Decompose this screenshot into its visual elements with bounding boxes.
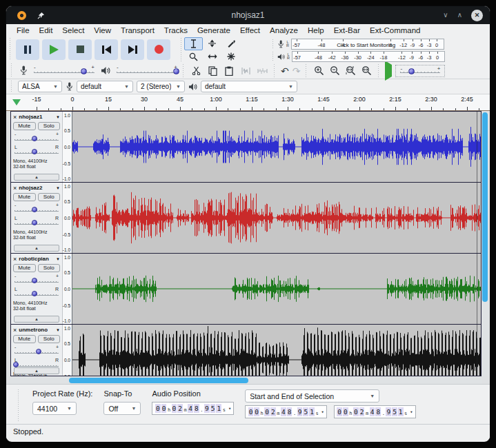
toolbar-grip[interactable]: [17, 389, 21, 422]
play-speed-slider[interactable]: - +: [399, 66, 442, 76]
selection-start-field[interactable]: 00h02m48.951s▾: [245, 405, 327, 418]
pan-slider[interactable]: L R: [14, 287, 59, 298]
pan-slider[interactable]: L R: [14, 145, 59, 156]
vertical-scale-ruler[interactable]: 1.00.50.0-0.5-1.0: [62, 254, 72, 324]
time-format-dropdown-icon[interactable]: ▾: [321, 409, 324, 415]
time-digit[interactable]: 9: [386, 407, 391, 416]
selection-mode-dropdown[interactable]: Start and End of Selection▼: [245, 389, 379, 403]
solo-button[interactable]: Solo: [38, 122, 61, 130]
waveform-canvas[interactable]: [72, 112, 481, 182]
time-digit[interactable]: 2: [270, 407, 276, 416]
waveform-area[interactable]: [72, 325, 481, 376]
solo-button[interactable]: Solo: [38, 193, 61, 201]
time-digit[interactable]: 4: [370, 407, 375, 416]
waveform-area[interactable]: [72, 254, 481, 324]
track-menu-dropdown-icon[interactable]: ▼: [56, 186, 60, 190]
horizontal-scrollbar[interactable]: [10, 377, 482, 384]
recording-meter[interactable]: -57-48-48-12-9-6-30Click to Start Monito…: [291, 39, 444, 50]
time-digit[interactable]: 9: [297, 407, 303, 416]
menu-ext-command[interactable]: Ext-Command: [365, 26, 426, 35]
time-digit[interactable]: 0: [264, 407, 270, 416]
zoom-out-button[interactable]: [328, 65, 341, 77]
toolbar-grip[interactable]: [10, 81, 14, 92]
toolbar-grip[interactable]: [272, 64, 277, 77]
trim-audio-button[interactable]: [239, 65, 252, 77]
mute-button[interactable]: Mute: [13, 264, 36, 272]
audio-host-dropdown[interactable]: ALSA▼: [18, 81, 62, 92]
undo-button[interactable]: ↶: [281, 66, 289, 76]
track-name[interactable]: nhojsaz1: [19, 114, 42, 120]
time-digit[interactable]: 4: [281, 407, 286, 416]
time-digit[interactable]: 8: [375, 407, 381, 416]
toolbar-grip[interactable]: [10, 63, 14, 77]
menu-generate[interactable]: Generate: [192, 26, 235, 35]
track-collapse-button[interactable]: ▲: [14, 174, 59, 181]
toolbar-grip[interactable]: [271, 52, 275, 61]
time-digit[interactable]: 0: [353, 407, 359, 416]
copy-button[interactable]: [206, 65, 219, 77]
maximize-button[interactable]: ∧: [457, 12, 462, 19]
track-menu-dropdown-icon[interactable]: ▼: [56, 115, 60, 119]
playback-meter[interactable]: -57-48-42-36-30-24-18-12-9-6-30: [292, 51, 445, 62]
play-button[interactable]: [42, 39, 66, 60]
vertical-scale-ruler[interactable]: 1.00.50.0-0.5-1.0: [62, 183, 72, 253]
zoom-tool-button[interactable]: [184, 50, 203, 63]
time-digit[interactable]: 2: [359, 407, 365, 416]
time-digit[interactable]: 0: [254, 407, 259, 416]
envelope-tool-button[interactable]: [203, 37, 221, 50]
time-digit[interactable]: 2: [177, 404, 183, 413]
gain-slider[interactable]: - +: [14, 274, 59, 285]
time-digit[interactable]: 0: [155, 404, 161, 413]
toolbar-grip[interactable]: [271, 39, 275, 49]
time-digit[interactable]: 0: [172, 404, 177, 413]
gain-slider[interactable]: - +: [14, 345, 59, 356]
gain-slider[interactable]: - +: [14, 203, 59, 214]
waveform-area[interactable]: [72, 112, 481, 182]
skip-to-end-button[interactable]: [121, 39, 144, 60]
track-name[interactable]: nhojsaz2: [19, 185, 42, 191]
meter-monitoring-hint[interactable]: Click to Start Monitoring: [337, 42, 395, 48]
menu-analyze[interactable]: Analyze: [265, 26, 303, 35]
horizontal-scrollbar-thumb[interactable]: [69, 378, 248, 383]
pinned-play-head-button[interactable]: [11, 96, 22, 108]
snap-to-dropdown[interactable]: Off▼: [103, 402, 141, 415]
close-button[interactable]: ✕: [471, 10, 483, 21]
time-shift-tool-button[interactable]: [203, 50, 221, 63]
time-digit[interactable]: 1: [398, 407, 404, 416]
project-rate-dropdown[interactable]: 44100▼: [32, 402, 77, 415]
track[interactable]: × roboticpian ▼ Mute Solo - + L R Mono, …: [10, 253, 482, 325]
time-digit[interactable]: 0: [161, 404, 167, 413]
time-digit[interactable]: 5: [210, 404, 216, 413]
multi-tool-button[interactable]: [221, 50, 240, 63]
selection-end-field[interactable]: 00h02m48.951s▾: [334, 405, 416, 418]
toolbar-grip[interactable]: [304, 64, 308, 77]
solo-button[interactable]: Solo: [38, 335, 61, 343]
skip-to-start-button[interactable]: [95, 39, 118, 60]
mute-button[interactable]: Mute: [13, 122, 36, 130]
vertical-scale-ruler[interactable]: 1.00.50.0-0.5-1.0: [62, 112, 72, 182]
title-bar[interactable]: nhojsaz1 ∨ ∧ ✕: [6, 6, 490, 24]
vertical-scale-ruler[interactable]: 1.00.50.0-0.5-1.0: [62, 325, 72, 376]
vertical-scrollbar-thumb[interactable]: [482, 112, 488, 302]
time-digit[interactable]: 1: [216, 404, 221, 413]
waveform-canvas[interactable]: [72, 254, 481, 324]
audio-position-field[interactable]: 00h02m48.951s▾: [152, 402, 234, 415]
time-digit[interactable]: 8: [194, 404, 199, 413]
time-digit[interactable]: 5: [303, 407, 308, 416]
recording-channels-dropdown[interactable]: 2 (Stereo)▼: [137, 81, 185, 92]
time-digit[interactable]: 0: [343, 407, 348, 416]
time-digit[interactable]: 0: [337, 407, 342, 416]
zoom-in-button[interactable]: [313, 65, 325, 77]
toolbar-grip[interactable]: [181, 64, 186, 77]
playback-volume-knob[interactable]: [173, 68, 179, 74]
time-format-dropdown-icon[interactable]: ▾: [410, 409, 413, 415]
recording-volume-slider[interactable]: - +: [32, 65, 96, 76]
cut-button[interactable]: [189, 65, 203, 77]
menu-edit[interactable]: Edit: [34, 26, 58, 35]
time-format-dropdown-icon[interactable]: ▾: [228, 406, 231, 411]
selection-tool-button[interactable]: [184, 37, 203, 50]
track-name[interactable]: roboticpian: [19, 256, 49, 262]
waveform-canvas[interactable]: [72, 183, 481, 253]
mute-button[interactable]: Mute: [13, 335, 36, 343]
menu-help[interactable]: Help: [303, 26, 329, 35]
